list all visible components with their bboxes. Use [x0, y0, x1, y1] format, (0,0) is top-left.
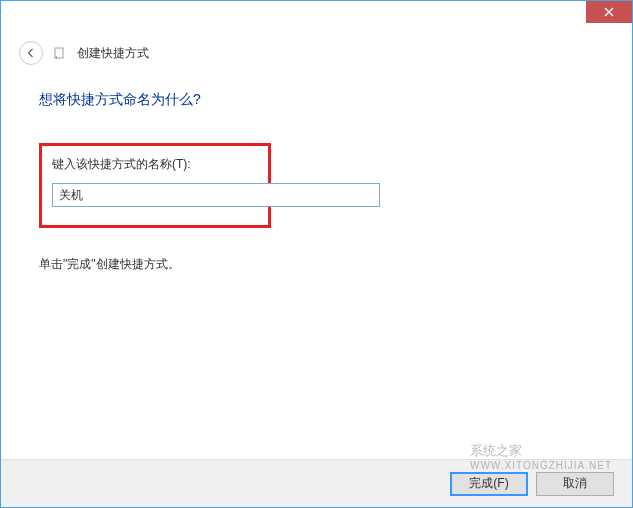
question-heading: 想将快捷方式命名为什么?	[39, 91, 594, 109]
shortcut-icon	[53, 46, 67, 60]
svg-rect-2	[55, 48, 63, 58]
header: 创建快捷方式	[1, 29, 632, 71]
footer: 完成(F) 取消	[1, 459, 632, 507]
hint-text: 单击"完成"创建快捷方式。	[39, 256, 594, 273]
name-field-label: 键入该快捷方式的名称(T):	[52, 156, 258, 173]
cancel-button[interactable]: 取消	[536, 472, 614, 496]
finish-button[interactable]: 完成(F)	[450, 472, 528, 496]
close-icon	[604, 7, 614, 17]
header-title: 创建快捷方式	[77, 45, 149, 62]
watermark-main: 系统之家	[470, 442, 612, 460]
highlight-annotation: 键入该快捷方式的名称(T):	[39, 143, 271, 228]
dialog-window: 创建快捷方式 想将快捷方式命名为什么? 键入该快捷方式的名称(T): 单击"完成…	[0, 0, 633, 508]
back-button[interactable]	[19, 41, 43, 65]
shortcut-name-input[interactable]	[52, 183, 380, 207]
content-area: 想将快捷方式命名为什么? 键入该快捷方式的名称(T): 单击"完成"创建快捷方式…	[1, 71, 632, 293]
titlebar	[1, 1, 632, 29]
back-arrow-icon	[25, 47, 37, 59]
close-button[interactable]	[586, 1, 632, 23]
